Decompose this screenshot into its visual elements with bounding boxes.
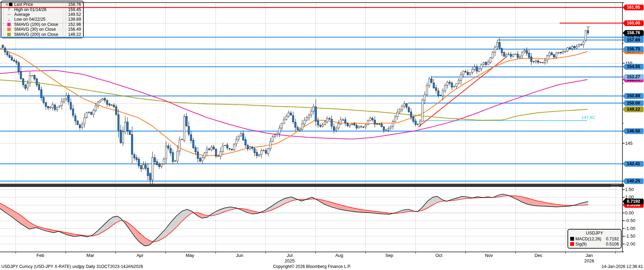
candle	[181, 139, 183, 140]
candle	[97, 102, 99, 106]
candle	[156, 162, 158, 165]
price-chip[interactable]: 160.00	[623, 20, 644, 26]
chart-canvas[interactable]	[0, 0, 644, 270]
candle	[252, 147, 253, 149]
candle	[295, 122, 296, 127]
macd-legend-panel[interactable]: USDJPY MACD(12,26)0.7192Sig(9)0.5106	[567, 229, 622, 249]
candle	[479, 69, 480, 72]
candle	[485, 62, 487, 65]
price-chip[interactable]: 146.50	[623, 128, 644, 134]
candle	[562, 52, 564, 53]
candle	[140, 166, 142, 169]
price-chip[interactable]: 157.89	[623, 37, 644, 43]
price-chip[interactable]: 150.89	[623, 93, 644, 99]
candle	[41, 90, 42, 98]
candle	[4, 48, 6, 52]
candle	[247, 145, 249, 149]
macd-histogram-fill	[45, 228, 53, 233]
macd-histogram-fill	[278, 199, 285, 208]
candle	[379, 124, 380, 124]
axis-tick-label: -1.00	[625, 226, 635, 231]
smavg-100-line[interactable]	[0, 70, 587, 139]
candle	[50, 107, 51, 108]
axis-tick-label: -2.00	[625, 241, 635, 247]
candle	[90, 112, 92, 114]
candle	[79, 125, 81, 128]
candle	[74, 116, 76, 121]
candle	[474, 67, 475, 70]
candle	[453, 87, 455, 87]
candle	[229, 149, 231, 149]
candle	[347, 123, 349, 126]
candle	[311, 111, 312, 115]
candle	[66, 96, 67, 99]
candle	[174, 161, 176, 161]
divider-grip-icon[interactable]	[611, 184, 619, 187]
series-color-swatch	[570, 242, 574, 246]
price-chip[interactable]: 150.00	[623, 100, 644, 106]
candle	[392, 121, 394, 127]
candle	[408, 108, 410, 112]
candle	[27, 83, 29, 88]
candle	[195, 148, 197, 152]
candle	[569, 48, 571, 49]
price-chip[interactable]: 153.27	[623, 74, 644, 80]
candle	[510, 54, 512, 57]
candle	[531, 57, 532, 62]
candle	[68, 95, 70, 102]
candle	[581, 44, 582, 45]
candle	[188, 126, 190, 134]
candle	[36, 79, 38, 85]
price-chip[interactable]: 156.75	[623, 46, 644, 52]
price-chip[interactable]: 140.25	[623, 178, 644, 184]
bloomberg-chart-window: ⊟Last Price158.76THigh on 01/14/26159.45…	[0, 0, 644, 270]
candle	[413, 117, 414, 121]
candle-wicks	[3, 28, 588, 184]
candle	[290, 113, 292, 115]
candle	[367, 121, 369, 125]
candle	[542, 63, 544, 63]
candle	[249, 147, 251, 149]
candle	[106, 101, 108, 104]
candle	[152, 158, 153, 180]
macd-legend-row[interactable]: MACD(12,26)0.7192	[570, 236, 619, 241]
candle	[63, 99, 65, 102]
macd-legend-row[interactable]: Sig(9)0.5106	[570, 241, 619, 247]
candle	[462, 71, 464, 75]
candle	[235, 140, 237, 144]
candle	[501, 48, 503, 53]
panel-divider[interactable]	[0, 184, 624, 187]
price-chip[interactable]: 142.41	[623, 161, 644, 167]
candle	[279, 128, 281, 133]
price-chip[interactable]: 149.22	[623, 107, 644, 112]
price-chip[interactable]: 0.7192	[623, 199, 644, 204]
candle	[70, 102, 72, 109]
candle	[490, 58, 491, 62]
smavg-200-line[interactable]	[0, 80, 587, 120]
signal-line[interactable]	[0, 196, 588, 242]
candle	[281, 123, 283, 128]
candle	[218, 156, 219, 157]
candle	[297, 127, 299, 130]
candle	[254, 149, 255, 153]
candle	[458, 80, 460, 83]
candle	[546, 56, 548, 60]
candle	[31, 76, 33, 76]
candle	[11, 57, 13, 60]
candle	[272, 137, 274, 141]
candle	[147, 168, 149, 176]
candle	[349, 125, 351, 126]
candle	[136, 158, 138, 160]
candle	[431, 79, 432, 82]
candle	[506, 55, 507, 57]
candle	[145, 165, 147, 168]
price-chip[interactable]: 158.76	[623, 30, 644, 36]
price-chip[interactable]: 154.55	[623, 64, 644, 70]
price-chip[interactable]: 161.95	[623, 4, 644, 10]
candle	[238, 136, 240, 139]
candle	[360, 127, 362, 127]
smavg-30-line[interactable]	[0, 48, 587, 156]
macd-line[interactable]	[0, 194, 588, 246]
candle	[77, 121, 79, 125]
candle	[585, 31, 587, 40]
